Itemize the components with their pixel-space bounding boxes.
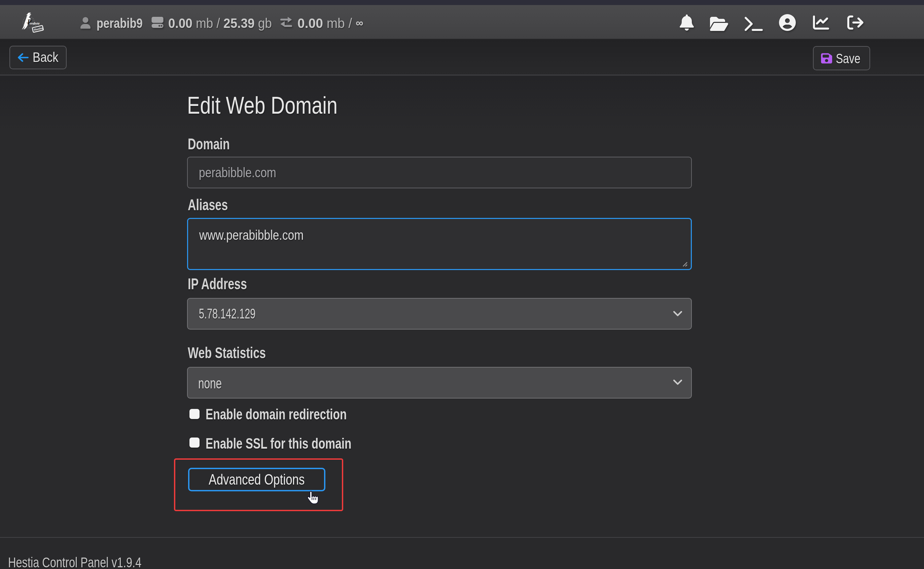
svg-text:erabyte: erabyte [30, 21, 40, 25]
